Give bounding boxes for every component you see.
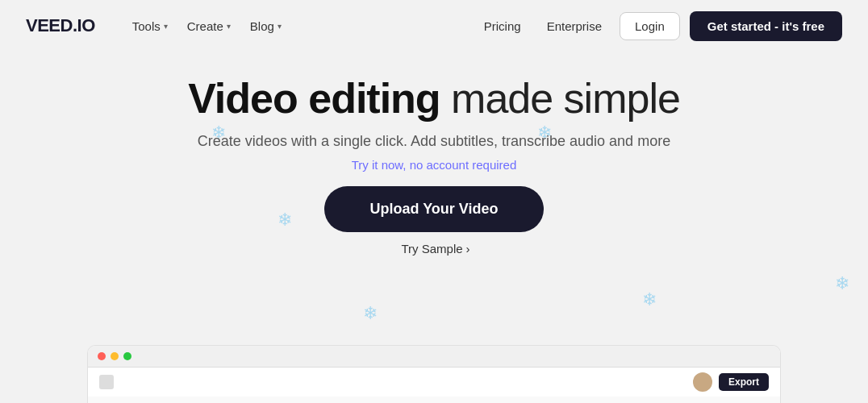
- try-sample-link[interactable]: Try Sample›: [398, 242, 469, 256]
- app-titlebar: [88, 346, 780, 368]
- app-toolbar: Export: [88, 368, 780, 397]
- upload-video-button[interactable]: Upload Your Video: [324, 186, 543, 232]
- window-minimize-dot: [111, 352, 119, 360]
- window-maximize-dot: [123, 352, 131, 360]
- snowflake-icon: ❄: [363, 303, 378, 324]
- login-button[interactable]: Login: [620, 12, 680, 40]
- snowflake-icon: ❄: [835, 273, 849, 294]
- logo[interactable]: VEED.IO: [26, 15, 95, 36]
- hero-title-bold: Video editing: [188, 75, 440, 122]
- snowflake-icon: ❄: [642, 289, 657, 310]
- navbar: VEED.IO Tools ▾ Create ▾ Blog ▾ Pricing …: [0, 0, 868, 52]
- hero-title: Video editing made simple: [188, 76, 680, 122]
- nav-tools[interactable]: Tools ▾: [124, 15, 176, 38]
- hero-content: Video editing made simple Create videos …: [0, 52, 868, 256]
- nav-create[interactable]: Create ▾: [179, 15, 239, 38]
- nav-right: Pricing Enterprise Login Get started - i…: [476, 11, 842, 41]
- tools-label: Tools: [132, 19, 161, 33]
- pricing-link[interactable]: Pricing: [476, 15, 529, 38]
- user-avatar: [693, 372, 712, 392]
- blog-chevron-icon: ▾: [278, 22, 282, 31]
- get-started-button[interactable]: Get started - it's free: [690, 11, 842, 41]
- app-preview-window: Export: [87, 345, 781, 403]
- export-button[interactable]: Export: [719, 373, 769, 391]
- window-close-dot: [98, 352, 106, 360]
- hero-section: ❄ ❄ ❄ ❄ ❄ ❄ ❄ ❄ ❄ Video editing made sim…: [0, 52, 868, 403]
- hero-try-now: Try it now, no account required: [352, 158, 517, 172]
- blog-label: Blog: [250, 19, 274, 33]
- hero-title-regular: made simple: [440, 75, 680, 122]
- hero-subtitle: Create videos with a single click. Add s…: [198, 133, 670, 150]
- try-sample-label: Try Sample: [401, 242, 462, 256]
- toolbar-icon-menu: [99, 375, 114, 389]
- create-chevron-icon: ▾: [227, 22, 231, 31]
- try-sample-arrow: ›: [466, 242, 470, 256]
- tools-chevron-icon: ▾: [164, 22, 168, 31]
- enterprise-link[interactable]: Enterprise: [539, 15, 610, 38]
- nav-links: Tools ▾ Create ▾ Blog ▾: [124, 15, 476, 38]
- nav-blog[interactable]: Blog ▾: [242, 15, 290, 38]
- create-label: Create: [187, 19, 223, 33]
